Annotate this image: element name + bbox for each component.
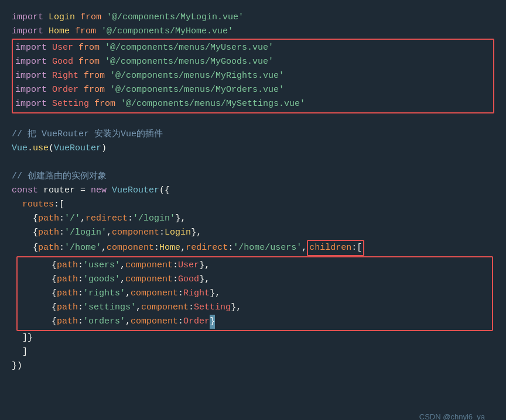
code-line-child-4: {path:'settings',component:Setting},	[20, 301, 490, 315]
code-line-routes: routes:[	[12, 198, 494, 212]
code-line-6: import Order from '@/components/menus/My…	[15, 83, 491, 97]
string-path: '@/components/MyLogin.vue'	[107, 11, 244, 25]
blank-line-1	[12, 113, 494, 128]
blank-line-2	[12, 156, 494, 170]
keyword-import: import	[12, 11, 49, 25]
keyword-import: import	[12, 25, 49, 39]
code-line-route-3: {path:'/home',component:Home,redirect:'/…	[12, 240, 494, 256]
code-line-vue-use: Vue.use(VueRouter)	[12, 142, 494, 156]
comment-line-2: // 创建路由的实例对象	[12, 170, 494, 184]
children-highlight-inline: children:[	[307, 240, 364, 256]
code-line-4: import Good from '@/components/menus/MyG…	[15, 55, 491, 69]
children-highlight-box: {path:'users',component:User}, {path:'go…	[16, 256, 493, 331]
code-line-route-2: {path:'/login',component:Login},	[12, 226, 494, 240]
id-login: Login	[49, 11, 80, 25]
code-line-child-5: {path:'orders',component:Order}	[20, 315, 490, 329]
code-line-close-routes: ]}	[12, 331, 494, 345]
comment-line-1: // 把 VueRouter 安装为Vue的插件	[12, 128, 494, 142]
keyword-from: from	[75, 25, 101, 39]
code-line-1: import Login from '@/components/MyLogin.…	[12, 11, 494, 25]
code-line-2: import Home from '@/components/MyHome.vu…	[12, 25, 494, 39]
code-line-3: import User from '@/components/menus/MyU…	[15, 41, 491, 55]
code-editor: import Login from '@/components/MyLogin.…	[12, 11, 494, 420]
watermark: CSDN @chnyi6_ya	[419, 411, 485, 420]
code-line-router: const router = new VueRouter({	[12, 184, 494, 198]
code-line-route-1: {path:'/',redirect:'/login'},	[12, 212, 494, 226]
code-line-close-arr: ]	[12, 345, 494, 359]
id-home: Home	[49, 25, 75, 39]
code-line-child-3: {path:'rights',component:Right},	[20, 287, 490, 301]
cursor: }	[210, 315, 215, 329]
code-line-5: import Right from '@/components/menus/My…	[15, 69, 491, 83]
code-line-close-router: })	[12, 359, 494, 373]
code-line-child-2: {path:'goods',component:Good},	[20, 273, 490, 287]
string-path: '@/components/MyHome.vue'	[101, 25, 233, 39]
code-line-7: import Setting from '@/components/menus/…	[15, 97, 491, 111]
code-line-child-1: {path:'users',component:User},	[20, 259, 490, 273]
keyword-from: from	[80, 11, 107, 25]
import-highlight-box: import User from '@/components/menus/MyU…	[12, 39, 494, 113]
code-content: import Login from '@/components/MyLogin.…	[12, 11, 494, 373]
